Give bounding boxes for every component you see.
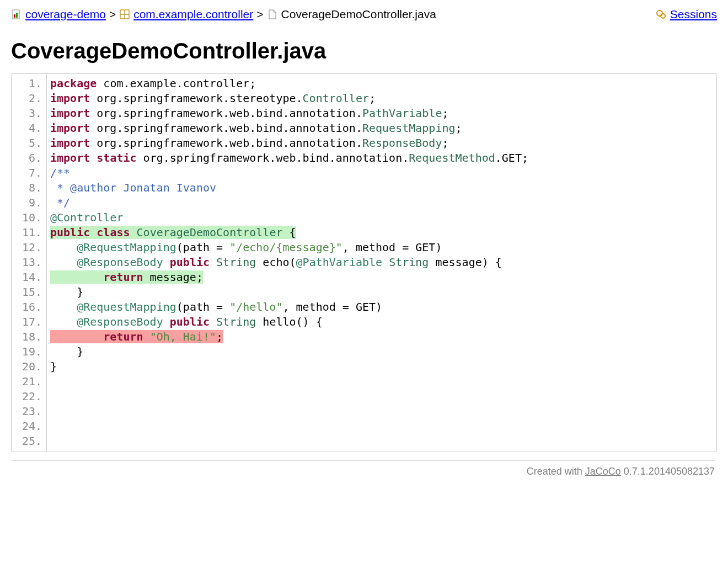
code-line: /** [47,166,716,180]
line-number: 13. [12,255,46,270]
line-number: 3. [12,106,46,121]
line-number: 6. [12,151,46,166]
breadcrumb-package-link[interactable]: com.example.controller [133,8,253,21]
code-line: @RequestMapping(path = "/hello", method … [47,300,716,315]
line-number: 19. [12,344,46,359]
code-line: } [47,285,716,300]
sessions-icon [656,9,667,20]
line-number: 14. [12,270,46,285]
code-line: } [47,344,716,359]
code-line: @ResponseBody public String echo(@PathVa… [47,255,716,270]
line-number: 8. [12,180,46,195]
line-number: 15. [12,285,46,300]
line-number: 1. [12,76,46,91]
package-icon [119,9,130,20]
line-number: 10. [12,210,46,225]
line-number: 22. [12,389,46,404]
line-number: 18. [12,329,46,344]
code-line: @Controller [47,210,716,225]
line-number: 9. [12,195,46,210]
code-line: import org.springframework.web.bind.anno… [47,121,716,136]
line-number: 11. [12,225,46,240]
breadcrumb-separator: > [109,8,116,21]
code-line: @ResponseBody public String hello() { [47,315,716,329]
footer: Created with JaCoCo 0.7.1.201405082137 [11,460,717,477]
sessions-link[interactable]: Sessions [670,8,717,21]
code-line: public class CoverageDemoController { [47,225,716,240]
line-number: 12. [12,240,46,255]
line-number: 20. [12,359,46,374]
code-line: import org.springframework.web.bind.anno… [47,136,716,151]
svg-rect-1 [14,14,15,18]
footer-divider [11,460,715,461]
source-code-panel: 1.2.3.4.5.6.7.8.9.10.11.12.13.14.15.16.1… [11,73,717,451]
file-icon [267,9,278,20]
line-number: 17. [12,315,46,329]
svg-rect-2 [16,13,18,18]
code-line: */ [47,195,716,210]
line-number: 5. [12,136,46,151]
code-line: import org.springframework.web.bind.anno… [47,106,716,121]
code-line: return "Oh, Hai!"; [47,329,716,344]
line-number: 23. [12,404,46,419]
svg-point-6 [657,10,662,16]
code-line: package com.example.controller; [47,76,716,91]
source-code: package com.example.controller;import or… [47,74,716,451]
code-line: return message; [47,270,716,285]
line-number: 25. [12,434,46,449]
breadcrumb-root-link[interactable]: coverage-demo [25,8,106,21]
line-number: 2. [12,91,46,106]
line-number: 4. [12,121,46,136]
footer-prefix: Created with [527,466,585,477]
code-line: @RequestMapping(path = "/echo/{message}"… [47,240,716,255]
line-number: 24. [12,419,46,434]
page-title: CoverageDemoController.java [11,39,717,63]
footer-version: 0.7.1.201405082137 [621,466,715,477]
code-line: } [47,359,716,374]
code-line: import org.springframework.stereotype.Co… [47,91,716,106]
code-line: * @author Jonatan Ivanov [47,180,716,195]
breadcrumb-current: CoverageDemoController.java [281,8,436,21]
line-number: 21. [12,374,46,389]
line-number: 16. [12,300,46,315]
report-icon [11,9,22,20]
line-number-gutter: 1.2.3.4.5.6.7.8.9.10.11.12.13.14.15.16.1… [12,74,47,451]
jacoco-link[interactable]: JaCoCo [585,466,621,477]
code-line: import static org.springframework.web.bi… [47,151,716,166]
breadcrumb: coverage-demo > com.example.controller >… [11,6,717,23]
line-number: 7. [12,166,46,180]
breadcrumb-separator: > [256,8,263,21]
